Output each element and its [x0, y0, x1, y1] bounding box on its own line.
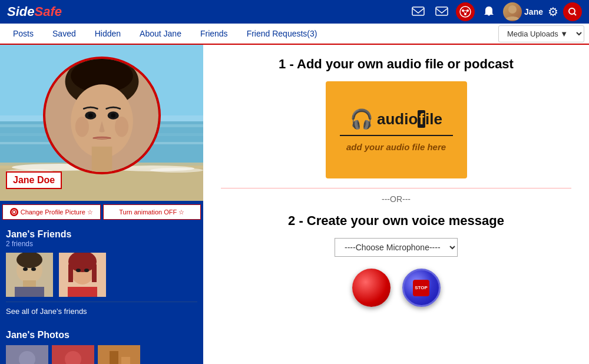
record-buttons: STOP	[221, 269, 571, 307]
photos-section: Jane's Photos	[0, 324, 203, 364]
header-avatar	[503, 2, 522, 21]
svg-rect-43	[15, 287, 44, 297]
profile-actions: Change Profile Picture ☆ Turn animation …	[0, 201, 203, 223]
friend-avatar-1[interactable]	[6, 253, 53, 297]
notifications-icon[interactable]	[479, 2, 498, 21]
friends-count: 2 friends	[6, 240, 197, 248]
photo-thumb-3[interactable]	[98, 345, 140, 364]
svg-point-23	[150, 168, 203, 173]
svg-rect-28	[91, 147, 112, 172]
svg-line-7	[463, 11, 465, 14]
change-profile-picture-button[interactable]: Change Profile Picture ☆	[2, 204, 101, 220]
svg-rect-52	[92, 264, 97, 282]
profile-name: Jane Doe	[6, 171, 62, 189]
svg-rect-1	[436, 7, 448, 15]
settings-icon[interactable]: ⚙	[548, 5, 558, 19]
media-uploads-dropdown[interactable]: Media Uploads ▼	[498, 25, 584, 42]
svg-point-36	[13, 211, 15, 213]
change-picture-icon	[10, 208, 18, 216]
nav-bar: Posts Saved Hidden About Jane Friends Fr…	[0, 24, 589, 45]
svg-point-31	[88, 113, 92, 118]
audio-text: audiofile	[377, 110, 442, 128]
profile-cover: Jane Doe	[0, 45, 203, 201]
nav-about[interactable]: About Jane	[131, 25, 190, 42]
profile-avatar	[43, 57, 161, 174]
stop-icon: STOP	[413, 280, 429, 296]
header: SideSafe	[0, 0, 589, 24]
friends-avatars	[6, 253, 197, 297]
search-button[interactable]	[563, 2, 582, 21]
header-username: Jane	[524, 7, 543, 16]
audio-subtext: add your audio file here	[346, 142, 446, 152]
or-divider: ---OR---	[221, 188, 571, 204]
see-all-friends-link[interactable]: See all of Jane's friends	[6, 302, 197, 320]
nav-posts[interactable]: Posts	[5, 25, 42, 42]
logo-safe: Safe	[34, 4, 61, 19]
sidebar: Jane Doe Change Profile Picture ☆ Turn a…	[0, 45, 203, 364]
main-content: 1 - Add your own audio file or podcast 🎧…	[203, 45, 589, 364]
svg-rect-0	[412, 7, 424, 15]
svg-rect-51	[68, 264, 73, 282]
audio-file-upload-box[interactable]: 🎧 audiofile add your audio file here	[326, 81, 467, 178]
photo-thumb-1[interactable]	[6, 345, 48, 364]
svg-point-41	[23, 267, 28, 271]
mic-select-wrap: ----Choose Microphone----Default Microph…	[221, 238, 571, 257]
nav-hidden[interactable]: Hidden	[87, 25, 129, 42]
audio-underline	[340, 135, 453, 136]
svg-point-9	[508, 5, 517, 14]
svg-point-42	[31, 267, 36, 271]
audio-box-top: 🎧 audiofile	[350, 108, 442, 130]
friend-avatar-2[interactable]	[59, 253, 106, 297]
nav-friends[interactable]: Friends	[192, 25, 236, 42]
email-icon[interactable]	[432, 2, 451, 21]
messages-icon[interactable]	[409, 2, 428, 21]
svg-rect-48	[68, 287, 97, 297]
svg-line-8	[465, 11, 468, 14]
photos-title: Jane's Photos	[6, 330, 197, 340]
svg-point-49	[76, 269, 81, 272]
user-profile-header[interactable]: Jane	[503, 2, 543, 21]
svg-rect-61	[121, 357, 130, 364]
main-layout: Jane Doe Change Profile Picture ☆ Turn a…	[0, 45, 589, 364]
svg-rect-60	[110, 351, 118, 364]
svg-point-50	[84, 269, 89, 272]
nav-saved[interactable]: Saved	[44, 25, 84, 42]
connections-icon[interactable]	[456, 2, 475, 21]
header-icons: Jane ⚙	[409, 2, 582, 21]
section2-title: 2 - Create your own voice message	[221, 213, 571, 229]
record-button[interactable]	[352, 269, 391, 307]
svg-rect-59	[98, 345, 140, 364]
svg-point-33	[75, 117, 88, 137]
microphone-select[interactable]: ----Choose Microphone----Default Microph…	[335, 238, 458, 257]
svg-point-32	[111, 113, 115, 118]
nav-friend-requests[interactable]: Friend Requests(3)	[239, 25, 326, 42]
friends-title: Jane's Friends	[6, 229, 197, 240]
svg-line-11	[574, 14, 577, 16]
stop-button[interactable]: STOP	[402, 269, 441, 307]
svg-point-34	[115, 117, 128, 137]
headphone-icon: 🎧	[350, 108, 373, 130]
friends-section: Jane's Friends 2 friends	[0, 223, 203, 324]
turn-animation-button[interactable]: Turn animation OFF ☆	[103, 204, 201, 220]
photos-row	[6, 345, 197, 364]
logo-side: Side	[7, 4, 34, 19]
photo-thumb-2[interactable]	[52, 345, 94, 364]
logo: SideSafe	[7, 4, 62, 19]
section1-title: 1 - Add your own audio file or podcast	[221, 57, 571, 72]
svg-point-2	[460, 6, 471, 17]
